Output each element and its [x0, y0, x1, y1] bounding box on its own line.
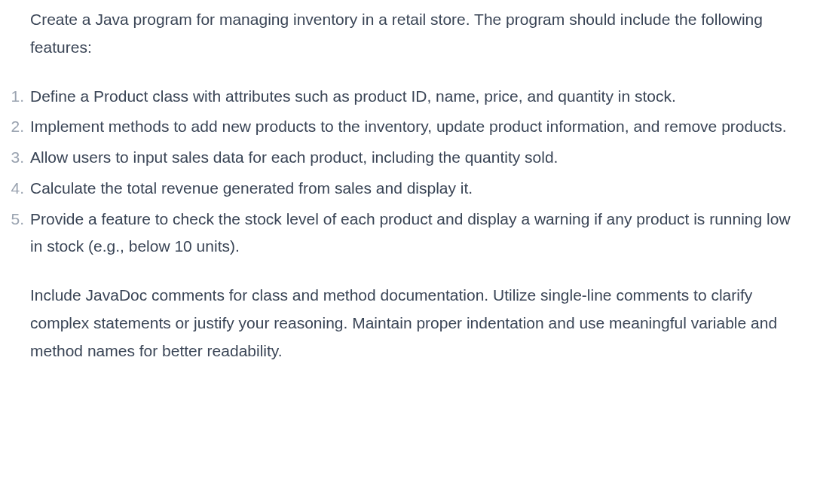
list-item: Implement methods to add new products to…: [3, 113, 811, 141]
list-item: Allow users to input sales data for each…: [3, 144, 811, 172]
outro-paragraph: Include JavaDoc comments for class and m…: [3, 282, 811, 365]
list-item: Provide a feature to check the stock lev…: [3, 206, 811, 261]
intro-paragraph: Create a Java program for managing inven…: [3, 6, 811, 62]
list-item: Define a Product class with attributes s…: [3, 83, 811, 111]
feature-list: Define a Product class with attributes s…: [3, 83, 811, 261]
list-item: Calculate the total revenue generated fr…: [3, 175, 811, 203]
